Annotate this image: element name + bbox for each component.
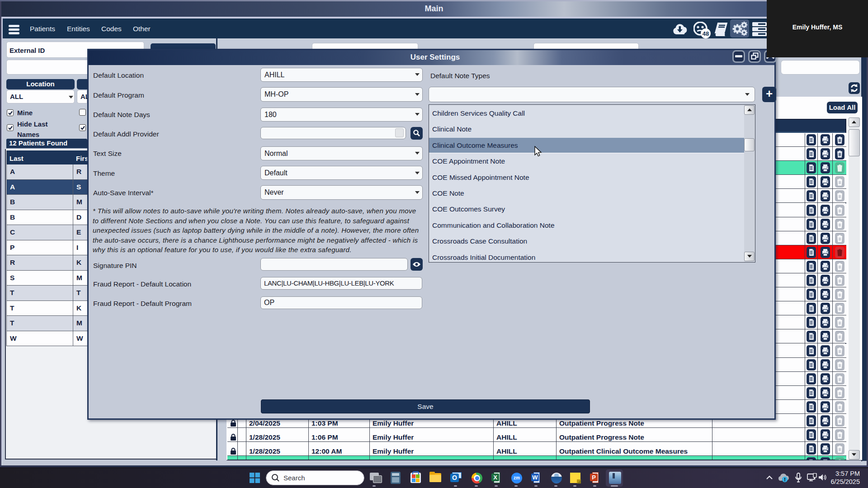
svg-text:48: 48 xyxy=(703,30,709,37)
